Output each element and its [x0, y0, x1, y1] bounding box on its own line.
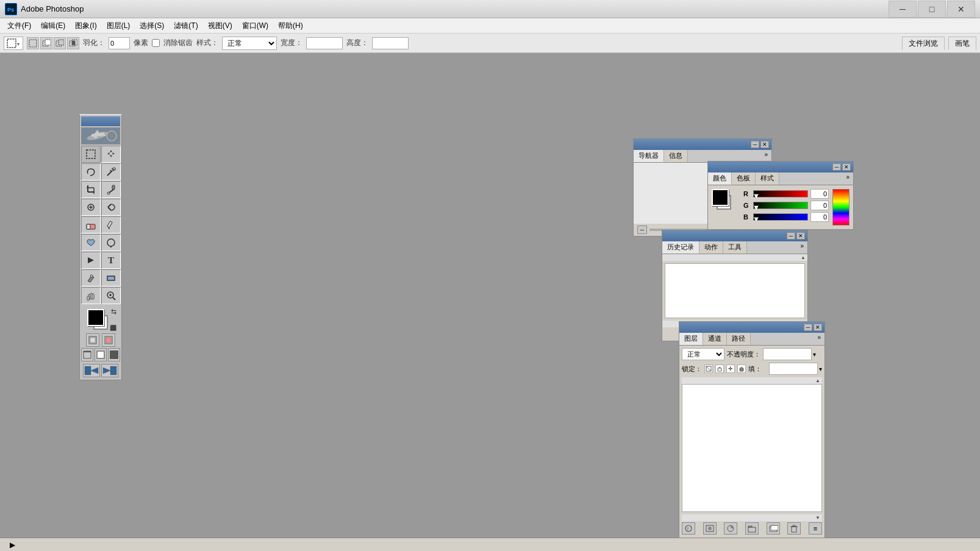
navigator-tab[interactable]: 导航器 [634, 150, 664, 162]
menu-help[interactable]: 帮助(H) [273, 18, 308, 33]
layer-options-btn[interactable]: ≡ [809, 522, 822, 535]
fullscreen-btn[interactable] [108, 348, 120, 361]
history-panel-titlebar[interactable]: ─ ✕ [662, 230, 807, 241]
swatches-tab[interactable]: 色板 [732, 172, 756, 185]
delete-layer-btn[interactable] [787, 522, 801, 535]
add-mask-btn[interactable] [703, 522, 717, 535]
color-switch-icon[interactable]: ⇆ [111, 308, 116, 316]
style-select[interactable]: 正常 固定长宽比 固定大小 [222, 37, 277, 50]
jump-to-btn2[interactable] [101, 364, 118, 377]
tools-tab[interactable]: 工具 [723, 241, 747, 254]
new-layer-btn[interactable] [767, 522, 780, 535]
smudge-tool[interactable] [81, 234, 101, 251]
jump-to-imageready-btn[interactable] [83, 364, 100, 377]
lock-all-btn[interactable] [737, 364, 746, 373]
file-browser-tab[interactable]: 文件浏览 [902, 37, 945, 50]
tool-preset-picker[interactable]: ▾ [4, 37, 23, 50]
color-spectrum-bar[interactable] [832, 189, 849, 226]
color-expand[interactable]: » [842, 172, 853, 185]
history-tab[interactable]: 历史记录 [662, 241, 699, 254]
pen-tool[interactable] [81, 269, 101, 286]
history-expand[interactable]: » [796, 241, 807, 254]
dodge-tool[interactable] [101, 234, 121, 251]
color-minimize-btn[interactable]: ─ [832, 163, 841, 171]
fg-color-swatch[interactable] [712, 189, 729, 206]
styles-tab[interactable]: 样式 [756, 172, 779, 185]
opacity-input[interactable] [763, 348, 812, 360]
menu-filter[interactable]: 滤镜(T) [169, 18, 202, 33]
color-reset-icon[interactable]: ⬛ [110, 325, 116, 331]
path-select-tool[interactable] [81, 252, 101, 269]
blend-mode-select[interactable]: 正常 [682, 348, 724, 360]
layers-minimize-btn[interactable]: ─ [804, 324, 812, 331]
subtract-selection-btn[interactable] [54, 37, 66, 49]
antialias-checkbox[interactable] [152, 39, 160, 47]
r-value-input[interactable] [810, 189, 829, 199]
height-input[interactable] [372, 37, 409, 49]
menu-file[interactable]: 文件(F) [2, 18, 36, 33]
blue-slider[interactable] [753, 213, 808, 221]
info-tab[interactable]: 信息 [664, 150, 688, 162]
color-panel-titlebar[interactable]: ─ ✕ [708, 162, 853, 172]
layers-expand[interactable]: » [814, 333, 824, 345]
lock-transparent-btn[interactable] [704, 364, 713, 373]
fill-arrow[interactable]: ▾ [819, 366, 822, 372]
lock-image-btn[interactable] [715, 364, 724, 373]
move-tool[interactable] [101, 146, 121, 163]
new-group-btn[interactable] [745, 522, 759, 535]
menu-window[interactable]: 窗口(W) [237, 18, 273, 33]
navigator-panel-titlebar[interactable]: ─ ✕ [634, 139, 771, 150]
rectangle-tool[interactable] [101, 269, 121, 286]
eraser-tool[interactable] [81, 216, 101, 233]
actions-tab[interactable]: 动作 [699, 241, 723, 254]
menu-image[interactable]: 图象(I) [70, 18, 101, 33]
new-selection-btn[interactable] [27, 37, 39, 49]
g-value-input[interactable] [810, 201, 829, 210]
green-slider[interactable] [753, 202, 808, 209]
width-input[interactable] [306, 37, 343, 49]
intersect-selection-btn[interactable] [67, 37, 79, 49]
clone-stamp-tool[interactable] [101, 199, 121, 216]
menu-view[interactable]: 视图(V) [203, 18, 237, 33]
magic-wand-tool[interactable] [101, 163, 121, 180]
fill-input[interactable] [769, 363, 818, 375]
paintbrush-tab[interactable]: 画笔 [948, 37, 976, 50]
history-minimize-btn[interactable]: ─ [787, 232, 795, 240]
history-close-btn[interactable]: ✕ [796, 232, 805, 240]
color-close-btn[interactable]: ✕ [842, 163, 851, 171]
channels-tab[interactable]: 通道 [703, 333, 727, 345]
standard-screen-btn[interactable] [81, 348, 93, 361]
b-value-input[interactable] [810, 212, 829, 222]
foreground-color-swatch[interactable] [87, 309, 104, 326]
minimize-button[interactable]: ─ [889, 1, 917, 18]
standard-mode-btn[interactable] [86, 333, 99, 347]
zoom-tool[interactable] [101, 287, 121, 304]
hand-tool[interactable] [81, 287, 101, 304]
status-arrow[interactable]: ▶ [10, 541, 15, 549]
new-fill-adjust-btn[interactable] [724, 522, 737, 535]
lasso-tool[interactable] [81, 163, 101, 180]
layers-close-btn[interactable]: ✕ [814, 324, 822, 331]
eyedropper-tool[interactable] [101, 181, 121, 198]
marquee-tool[interactable] [81, 146, 101, 163]
layers-down-arrow[interactable]: ▼ [815, 515, 820, 521]
navigator-minimize-btn[interactable]: ─ [751, 141, 759, 148]
lock-position-btn[interactable]: ✛ [726, 364, 735, 373]
navigator-close-btn[interactable]: ✕ [760, 141, 769, 148]
color-tab[interactable]: 颜色 [708, 172, 732, 185]
layers-panel-titlebar[interactable]: ─ ✕ [679, 322, 824, 333]
text-tool[interactable]: T [101, 252, 121, 269]
layers-up-arrow[interactable]: ▲ [815, 378, 820, 383]
close-button[interactable]: ✕ [947, 1, 975, 18]
zoom-out-btn[interactable]: ─ [637, 226, 647, 234]
menu-select[interactable]: 选择(S) [135, 18, 169, 33]
menu-edit[interactable]: 编辑(E) [36, 18, 70, 33]
add-selection-btn[interactable] [40, 37, 52, 49]
crop-tool[interactable] [81, 181, 101, 198]
quick-mask-btn[interactable] [102, 333, 115, 347]
paths-tab[interactable]: 路径 [727, 333, 751, 345]
feather-input[interactable] [109, 37, 130, 49]
maximize-button[interactable]: □ [918, 1, 946, 18]
history-up-arrow[interactable]: ▲ [801, 255, 806, 260]
fullscreen-menu-btn[interactable] [95, 348, 107, 361]
